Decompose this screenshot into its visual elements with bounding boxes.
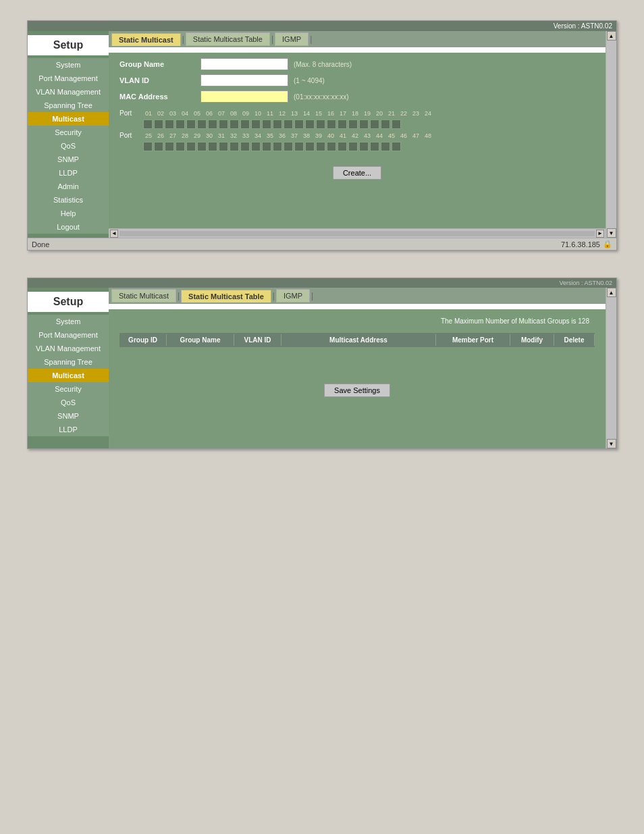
- tab-static-multicast-table-2[interactable]: Static Multicast Table: [181, 290, 271, 303]
- port-cb-40[interactable]: [305, 142, 315, 151]
- mac-address-input[interactable]: [200, 90, 288, 103]
- port-cb-38[interactable]: [284, 142, 293, 151]
- port-cb-47[interactable]: [381, 142, 390, 151]
- port-cb-20[interactable]: [348, 120, 358, 129]
- port-cb-25[interactable]: [143, 142, 153, 151]
- port-cb-13[interactable]: [273, 120, 282, 129]
- form-row-mac: MAC Address (01:xx:xx:xx:xx:xx): [119, 90, 595, 103]
- sidebar-title-1: Setup: [28, 35, 109, 55]
- port-cb-27[interactable]: [165, 142, 174, 151]
- port-cb-30[interactable]: [197, 142, 207, 151]
- port-cb-23[interactable]: [381, 120, 390, 129]
- port-cb-12[interactable]: [262, 120, 271, 129]
- sidebar-item-portmgmt-2[interactable]: Port Management: [28, 328, 109, 342]
- port-cb-02[interactable]: [154, 120, 163, 129]
- port-cb-10[interactable]: [240, 120, 250, 129]
- port-cb-33[interactable]: [230, 142, 239, 151]
- tab-static-multicast-table-1[interactable]: Static Multicast Table: [186, 32, 270, 46]
- port-cb-05[interactable]: [186, 120, 196, 129]
- port-cb-45[interactable]: [359, 142, 369, 151]
- group-name-input[interactable]: [200, 58, 288, 70]
- sidebar-item-lldp-1[interactable]: LLDP: [28, 166, 109, 180]
- vscroll-down-btn[interactable]: ▼: [607, 228, 616, 238]
- port-cb-07[interactable]: [208, 120, 217, 129]
- sidebar-item-multicast-2[interactable]: Multicast: [28, 369, 109, 382]
- sidebar-item-help-1[interactable]: Help: [28, 207, 109, 220]
- port-cb-21[interactable]: [359, 120, 369, 129]
- sidebar-item-security-2[interactable]: Security: [28, 382, 109, 396]
- sidebar-item-qos-2[interactable]: QoS: [28, 396, 109, 409]
- sidebar-item-logout-1[interactable]: Logout: [28, 220, 109, 234]
- create-btn-container: Create...: [119, 159, 595, 180]
- th-member-port: Member Port: [436, 334, 510, 346]
- sidebar-item-system-2[interactable]: System: [28, 315, 109, 328]
- port-cb-09[interactable]: [230, 120, 239, 129]
- vscroll-up-btn[interactable]: ▲: [607, 31, 616, 41]
- sidebar-item-portmgmt-1[interactable]: Port Management: [28, 72, 109, 85]
- port-cb-39[interactable]: [294, 142, 304, 151]
- sidebar-item-snmp-1[interactable]: SNMP: [28, 153, 109, 166]
- port-cb-43[interactable]: [338, 142, 347, 151]
- sidebar-item-vlan-1[interactable]: VLAN Management: [28, 85, 109, 99]
- sidebar-item-lldp-2[interactable]: LLDP: [28, 423, 109, 436]
- panel-1-body: Setup System Port Management VLAN Manage…: [28, 31, 616, 238]
- create-button[interactable]: Create...: [333, 166, 381, 180]
- port-cb-17[interactable]: [316, 120, 325, 129]
- port-cb-24[interactable]: [392, 120, 401, 129]
- port-cb-35[interactable]: [251, 142, 261, 151]
- sidebar-item-vlan-2[interactable]: VLAN Management: [28, 342, 109, 355]
- port-cb-31[interactable]: [208, 142, 217, 151]
- port-cb-06[interactable]: [197, 120, 207, 129]
- port-cb-11[interactable]: [251, 120, 261, 129]
- port-cb-16[interactable]: [305, 120, 315, 129]
- port-cb-44[interactable]: [348, 142, 358, 151]
- port-cb-01[interactable]: [143, 120, 153, 129]
- group-name-label: Group Name: [119, 60, 200, 68]
- sidebar-item-system-1[interactable]: System: [28, 58, 109, 72]
- tab-sep-1: |: [182, 34, 184, 44]
- port-cb-37[interactable]: [273, 142, 282, 151]
- tab-igmp-2[interactable]: IGMP: [276, 289, 310, 303]
- port-cb-19[interactable]: [338, 120, 347, 129]
- sidebar-item-multicast-1[interactable]: Multicast: [28, 112, 109, 126]
- port-cb-46[interactable]: [370, 142, 379, 151]
- sidebar-item-admin-1[interactable]: Admin: [28, 180, 109, 193]
- hscroll-right-btn[interactable]: ►: [596, 230, 604, 238]
- sidebar-item-statistics-1[interactable]: Statistics: [28, 193, 109, 207]
- vscroll-bar-2: ▲ ▼: [606, 288, 616, 448]
- hscroll-track[interactable]: [119, 231, 595, 236]
- vlan-id-label: VLAN ID: [119, 76, 200, 84]
- port-cb-36[interactable]: [262, 142, 271, 151]
- port-cb-26[interactable]: [154, 142, 163, 151]
- port-cb-32[interactable]: [219, 142, 228, 151]
- save-settings-button[interactable]: Save Settings: [324, 384, 390, 397]
- tab-static-multicast-2[interactable]: Static Multicast: [111, 289, 176, 303]
- port-cb-22[interactable]: [370, 120, 379, 129]
- port-cb-42[interactable]: [327, 142, 336, 151]
- port-cb-29[interactable]: [186, 142, 196, 151]
- port-cb-03[interactable]: [165, 120, 174, 129]
- sidebar-item-snmp-2[interactable]: SNMP: [28, 409, 109, 423]
- port-cb-41[interactable]: [316, 142, 325, 151]
- port-cb-15[interactable]: [294, 120, 304, 129]
- tab-static-multicast-1[interactable]: Static Multicast: [111, 33, 181, 46]
- vscroll-down-btn-2[interactable]: ▼: [607, 439, 616, 448]
- vscroll-up-btn-2[interactable]: ▲: [607, 288, 616, 297]
- hscroll-left-btn[interactable]: ◄: [110, 230, 118, 238]
- port-cb-34[interactable]: [240, 142, 250, 151]
- port-cb-04[interactable]: [176, 120, 185, 129]
- port-cb-14[interactable]: [284, 120, 293, 129]
- tab-igmp-1[interactable]: IGMP: [275, 32, 308, 46]
- sidebar-item-qos-1[interactable]: QoS: [28, 139, 109, 153]
- sidebar-item-spanning-1[interactable]: Spanning Tree: [28, 99, 109, 112]
- port-cb-28[interactable]: [176, 142, 185, 151]
- port-cb-48[interactable]: [392, 142, 401, 151]
- content-spacer-2: [109, 408, 606, 448]
- port-cb-18[interactable]: [327, 120, 336, 129]
- vlan-id-input[interactable]: [200, 74, 288, 86]
- sidebar-item-spanning-2[interactable]: Spanning Tree: [28, 355, 109, 369]
- sidebar-item-security-1[interactable]: Security: [28, 126, 109, 139]
- tab-bar-1: Static Multicast | Static Multicast Tabl…: [109, 31, 606, 47]
- port-row-1-numbers: Port 01020304050607080910111213141516171…: [119, 109, 595, 117]
- port-cb-08[interactable]: [219, 120, 228, 129]
